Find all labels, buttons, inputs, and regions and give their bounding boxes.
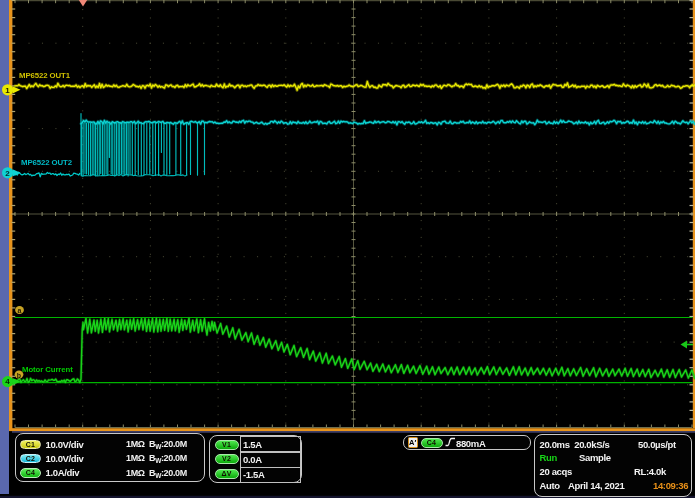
svg-text:MP6522 OUT2: MP6522 OUT2 xyxy=(21,158,73,167)
svg-text:1: 1 xyxy=(5,86,10,95)
svg-text:Motor Current: Motor Current xyxy=(22,365,73,374)
svg-text:b: b xyxy=(17,372,21,379)
svg-text:a: a xyxy=(18,307,22,314)
svg-text:4: 4 xyxy=(5,377,10,386)
svg-text:MP6522 OUT1: MP6522 OUT1 xyxy=(19,71,71,80)
svg-text:2: 2 xyxy=(5,169,10,178)
